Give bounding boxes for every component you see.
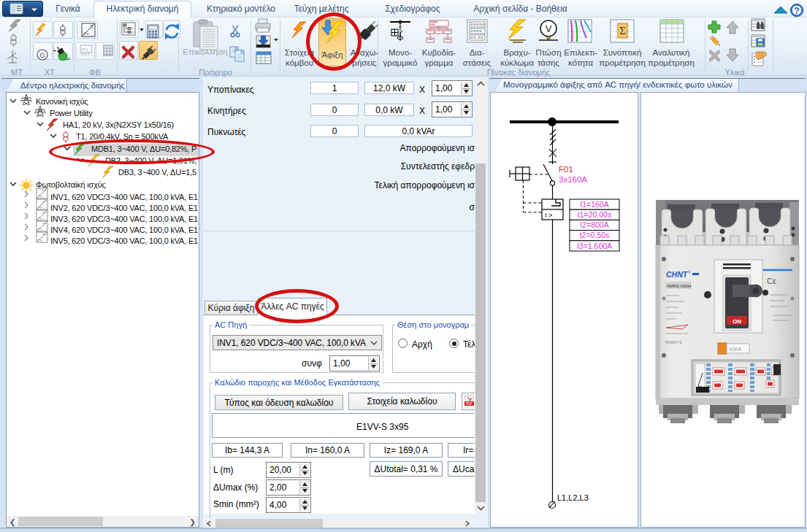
- svg-text:L1,L2,L3: L1,L2,L3: [557, 493, 589, 502]
- svg-text:®: ®: [688, 270, 691, 274]
- svg-text:I2=800A: I2=800A: [580, 220, 608, 229]
- svg-text:ON: ON: [733, 318, 741, 325]
- svg-text:CHNT: CHNT: [666, 270, 689, 279]
- svg-text:I1=160A: I1=160A: [580, 200, 608, 209]
- svg-text:?: ?: [794, 6, 799, 16]
- svg-text:NM8S-630H: NM8S-630H: [667, 284, 691, 288]
- svg-text:G: G: [39, 52, 45, 59]
- svg-text:630A: 630A: [730, 347, 742, 352]
- svg-text:PV: PV: [82, 47, 88, 52]
- svg-text:3x160A: 3x160A: [559, 175, 587, 184]
- svg-text:Σ: Σ: [619, 25, 626, 36]
- svg-text:V: V: [546, 23, 552, 34]
- svg-text:NM8MT-S: NM8MT-S: [665, 340, 682, 344]
- svg-text:PDF: PDF: [466, 402, 473, 406]
- svg-text:t2=0,50s: t2=0,50s: [580, 231, 610, 239]
- svg-text:I3=1.600A: I3=1.600A: [577, 242, 612, 250]
- svg-text:I >: I >: [545, 212, 552, 219]
- svg-text:F01: F01: [559, 165, 573, 174]
- svg-text:t1=20,00s: t1=20,00s: [578, 210, 611, 219]
- svg-text:Cε: Cε: [767, 277, 776, 285]
